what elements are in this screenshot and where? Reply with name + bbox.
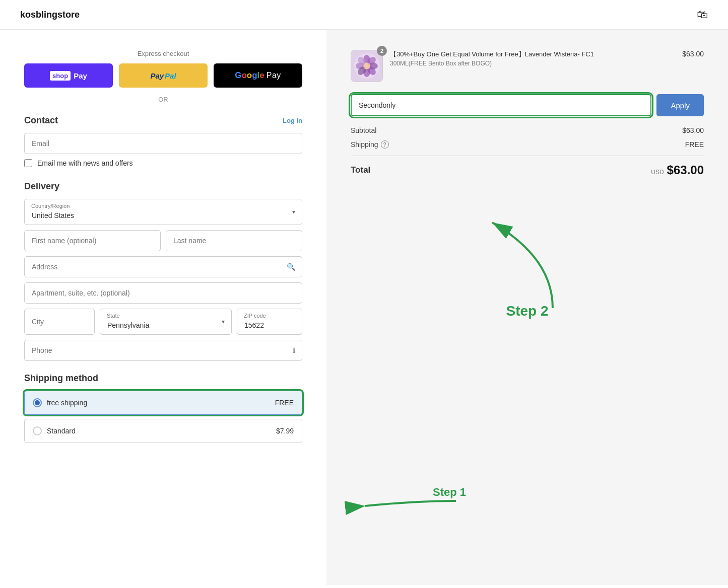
shipping-value: FREE [685,140,704,149]
svg-point-9 [363,62,370,69]
cart-icon[interactable]: 🛍 [697,8,708,21]
shipping-method-section: Shipping method free shipping FREE S [24,373,302,443]
express-checkout-buttons: shop Pay PayPal Google Pay [24,63,302,88]
city-field[interactable] [24,309,95,335]
order-item: 2 【30%+Buy One Get Equal Volume for Free… [351,50,704,82]
item-image-wrapper: 2 [351,50,383,82]
state-wrapper: State Pennsylvania ▾ [100,309,232,335]
right-panel: 2 【30%+Buy One Get Equal Volume for Free… [326,30,728,585]
gpay-button[interactable]: Google Pay [214,63,302,88]
email-field[interactable] [24,133,302,154]
country-select[interactable]: United States [24,199,302,225]
city-state-zip-row: State Pennsylvania ▾ ZIP code [24,309,302,335]
total-right: USD $63.00 [651,163,704,177]
radio-free-shipping[interactable] [33,398,42,407]
item-quantity-badge: 2 [377,46,387,56]
or-divider: OR [24,96,302,103]
contact-title: Contact Log in [24,115,302,126]
item-details: 【30%+Buy One Get Equal Volume for Free】L… [390,50,675,67]
newsletter-checkbox[interactable] [24,159,32,167]
subtotal-value: $63.00 [682,126,704,134]
shoppay-button[interactable]: shop Pay [24,63,113,88]
contact-section: Contact Log in Email me with news and of… [24,115,302,167]
delivery-title: Delivery [24,181,302,192]
zip-wrapper: ZIP code [237,309,302,335]
shipping-info-icon[interactable]: ? [381,140,389,149]
apartment-field[interactable] [24,282,302,304]
total-amount: $63.00 [667,163,704,177]
discount-input-wrapper [351,94,651,116]
zip-field[interactable] [237,309,302,335]
total-currency: USD [651,169,664,176]
apply-button[interactable]: Apply [656,94,704,116]
address-field[interactable] [24,256,302,277]
discount-code-field[interactable] [351,94,651,116]
standard-shipping-price: $7.99 [276,427,294,435]
delivery-section: Delivery Country/Region United States ▾ … [24,181,302,361]
first-name-field[interactable] [24,230,161,251]
subtotal-label: Subtotal [351,126,376,134]
newsletter-label: Email me with news and offers [37,159,133,167]
address-wrapper: 🔍 [24,256,302,277]
summary-divider [351,156,704,156]
item-price: $63.00 [682,50,704,58]
total-row: Total USD $63.00 [351,163,704,177]
express-checkout-label: Express checkout [24,50,302,57]
country-wrapper: Country/Region United States ▾ [24,199,302,225]
state-select[interactable]: Pennsylvania [100,309,232,335]
store-logo: kosblingstore [20,10,80,20]
shipping-label: Shipping ? [351,140,389,149]
step2-label: Step 2 [506,303,548,319]
shipping-option-standard-left: Standard [33,426,76,435]
standard-shipping-label: Standard [47,427,76,435]
subtotal-row: Subtotal $63.00 [351,126,704,134]
free-shipping-price: FREE [275,399,294,407]
shipping-option-standard[interactable]: Standard $7.99 [24,419,302,443]
last-name-field[interactable] [166,230,302,251]
login-link[interactable]: Log in [283,117,302,124]
free-shipping-label: free shipping [47,399,87,407]
shipping-option-free-left: free shipping [33,398,87,407]
item-image [351,50,383,82]
name-row [24,230,302,251]
header: kosblingstore 🛍 [0,0,728,30]
left-panel: Express checkout shop Pay PayPal Google … [0,30,326,585]
paypal-button[interactable]: PayPal [119,63,208,88]
shipping-option-free[interactable]: free shipping FREE [24,391,302,415]
discount-row: Apply [351,94,704,116]
shipping-method-title: Shipping method [24,373,302,384]
step2-arrow [452,207,603,318]
item-variant: 300ML(FREE Bento Box after BOGO) [390,60,675,67]
shipping-row: Shipping ? FREE [351,140,704,149]
item-name: 【30%+Buy One Get Equal Volume for Free】L… [390,50,675,59]
phone-field[interactable] [24,340,302,361]
product-image-svg [353,52,380,80]
phone-wrapper: ℹ [24,340,302,361]
newsletter-row: Email me with news and offers [24,159,302,167]
step2-annotation: Step 2 [351,207,704,319]
radio-standard[interactable] [33,426,42,435]
total-label: Total [351,165,370,175]
phone-info-icon[interactable]: ℹ [293,346,295,354]
main-layout: Express checkout shop Pay PayPal Google … [0,30,728,585]
